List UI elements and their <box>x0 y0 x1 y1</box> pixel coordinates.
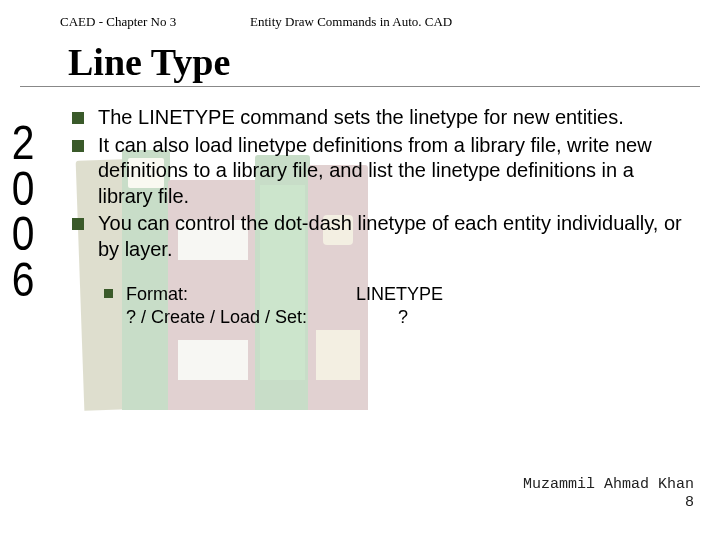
year-digit: 0 <box>12 211 33 257</box>
header-chapter: CAED - Chapter No 3 <box>60 14 250 30</box>
year-digit: 2 <box>12 120 33 166</box>
format-prompt: ? / Create / Load / Set: <box>126 306 356 329</box>
format-response: ? <box>356 306 408 329</box>
slide-footer: Muzammil Ahmad Khan 8 <box>523 476 694 512</box>
year-digit: 6 <box>12 257 33 303</box>
year-digit: 0 <box>12 166 33 212</box>
bullet-text: The LINETYPE command sets the linetype f… <box>98 106 624 128</box>
format-label: Format: <box>126 283 356 306</box>
slide-header: CAED - Chapter No 3 Entity Draw Commands… <box>0 0 720 34</box>
slide-body: The LINETYPE command sets the linetype f… <box>0 105 720 329</box>
slide-title: Line Type <box>20 34 700 87</box>
bullet-item: It can also load linetype definitions fr… <box>68 133 690 210</box>
sub-bullet-item: Format: LINETYPE ? / Create / Load / Set… <box>102 283 690 329</box>
bullet-text: It can also load linetype definitions fr… <box>98 134 652 207</box>
format-value: LINETYPE <box>356 283 443 306</box>
author-name: Muzammil Ahmad Khan <box>523 476 694 494</box>
page-number: 8 <box>523 494 694 512</box>
header-subject: Entity Draw Commands in Auto. CAD <box>250 14 452 30</box>
year-sidebar: 2 0 0 6 <box>10 120 35 302</box>
bullet-item: The LINETYPE command sets the linetype f… <box>68 105 690 131</box>
bullet-item: You can control the dot-dash linetype of… <box>68 211 690 262</box>
bullet-text: You can control the dot-dash linetype of… <box>98 212 682 260</box>
